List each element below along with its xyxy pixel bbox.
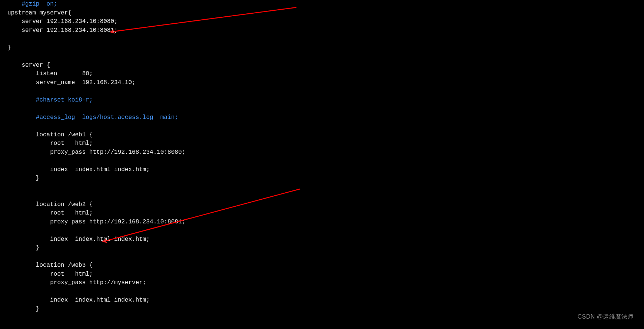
code-line: listen 80; (7, 70, 93, 77)
code-line: root html; (7, 271, 93, 278)
code-line: server { (7, 62, 50, 69)
code-line: location /web3 { (7, 262, 93, 269)
code-line: root html; (7, 140, 93, 147)
code-line: } (7, 44, 11, 51)
code-line: index index.html index.htm; (7, 236, 150, 243)
comment-line: #gzip on; (7, 1, 57, 7)
code-line: location /web2 { (7, 201, 93, 208)
code-line: server 192.168.234.10:8081; (7, 27, 118, 34)
code-line: } (7, 306, 39, 312)
code-line: proxy_pass http://192.168.234.10:8080; (7, 149, 185, 156)
watermark-text: CSDN @运维魔法师 (577, 312, 634, 321)
code-line: location /web1 { (7, 132, 93, 138)
code-line: } (7, 245, 39, 251)
code-block: #gzip on; upstream myserver{ server 192.… (7, 0, 644, 313)
code-line: } (7, 175, 39, 182)
code-line: server_name 192.168.234.10; (7, 79, 136, 86)
code-line: proxy_pass http://192.168.234.10:8081; (7, 219, 185, 225)
code-line: proxy_pass http://myserver; (7, 279, 146, 286)
code-line: root html; (7, 210, 93, 216)
code-line: index index.html index.htm; (7, 297, 150, 303)
comment-line: #access_log logs/host.access.log main; (7, 114, 178, 121)
code-line: index index.html index.htm; (7, 166, 150, 173)
code-line: upstream myserver{ (7, 10, 72, 16)
comment-line: #charset koi8-r; (7, 97, 93, 103)
code-line: server 192.168.234.10:8080; (7, 18, 118, 25)
